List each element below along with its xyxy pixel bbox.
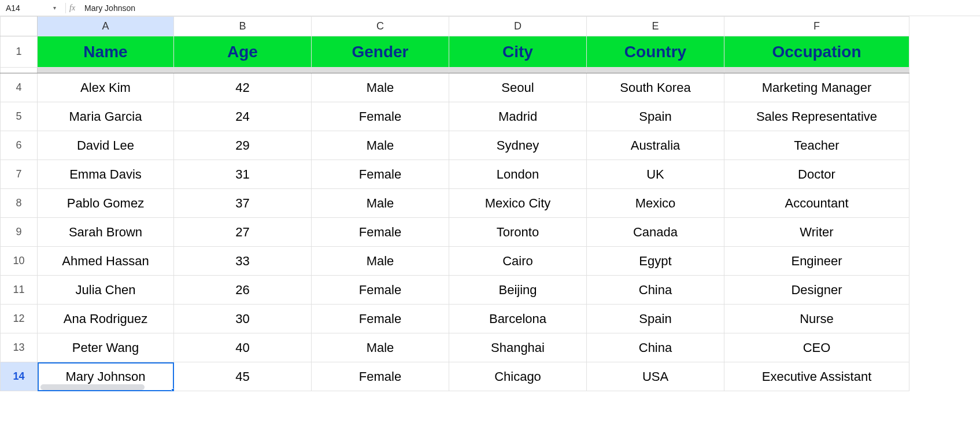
select-all-corner[interactable] xyxy=(1,17,38,36)
cell-city[interactable]: Beijing xyxy=(449,276,587,305)
row-header-10[interactable]: 10 xyxy=(1,247,38,276)
cell-occupation[interactable]: CEO xyxy=(724,333,909,362)
hidden-rows-indicator[interactable] xyxy=(1,68,909,73)
cell-gender[interactable]: Male xyxy=(312,333,449,362)
cell-name[interactable]: Emma Davis xyxy=(38,160,174,189)
cell-age[interactable]: 26 xyxy=(174,276,312,305)
cell-age[interactable]: 40 xyxy=(174,333,312,362)
header-age[interactable]: Age xyxy=(174,36,312,68)
column-header-E[interactable]: E xyxy=(587,17,724,36)
cell-occupation[interactable]: Writer xyxy=(724,218,909,247)
cell-city[interactable]: Seoul xyxy=(449,73,587,102)
cell-age[interactable]: 30 xyxy=(174,305,312,333)
formula-input[interactable]: Mary Johnson xyxy=(82,2,978,14)
cell-country[interactable]: Canada xyxy=(587,218,724,247)
row-header-4[interactable]: 4 xyxy=(1,73,38,102)
cell-country[interactable]: Spain xyxy=(587,305,724,333)
cell-country[interactable]: Spain xyxy=(587,102,724,131)
cell-age[interactable]: 27 xyxy=(174,218,312,247)
row-header-9[interactable]: 9 xyxy=(1,218,38,247)
row-header-8[interactable]: 8 xyxy=(1,189,38,218)
horizontal-scrollbar[interactable] xyxy=(40,384,145,390)
cell-age[interactable]: 24 xyxy=(174,102,312,131)
cell-country[interactable]: China xyxy=(587,276,724,305)
header-city[interactable]: City xyxy=(449,36,587,68)
column-header-B[interactable]: B xyxy=(174,17,312,36)
cell-gender[interactable]: Female xyxy=(312,160,449,189)
cell-occupation[interactable]: Executive Assistant xyxy=(724,362,909,391)
cell-gender[interactable]: Female xyxy=(312,276,449,305)
cell-name[interactable]: Sarah Brown xyxy=(38,218,174,247)
row-header-13[interactable]: 13 xyxy=(1,333,38,362)
name-box[interactable]: A14 xyxy=(2,2,53,14)
cell-occupation[interactable]: Engineer xyxy=(724,247,909,276)
cell-gender[interactable]: Male xyxy=(312,73,449,102)
cell-gender[interactable]: Female xyxy=(312,102,449,131)
cell-name[interactable]: Maria Garcia xyxy=(38,102,174,131)
cell-occupation[interactable]: Doctor xyxy=(724,160,909,189)
row-header-11[interactable]: 11 xyxy=(1,276,38,305)
cell-country[interactable]: Australia xyxy=(587,131,724,160)
cell-name[interactable]: Ana Rodriguez xyxy=(38,305,174,333)
cell-city[interactable]: London xyxy=(449,160,587,189)
cell-occupation[interactable]: Sales Representative xyxy=(724,102,909,131)
cell-age[interactable]: 37 xyxy=(174,189,312,218)
cell-city[interactable]: Sydney xyxy=(449,131,587,160)
cell-country[interactable]: Mexico xyxy=(587,189,724,218)
cell-country[interactable]: South Korea xyxy=(587,73,724,102)
cell-city[interactable]: Barcelona xyxy=(449,305,587,333)
cell-occupation[interactable]: Accountant xyxy=(724,189,909,218)
cell-gender[interactable]: Female xyxy=(312,362,449,391)
cell-gender[interactable]: Male xyxy=(312,131,449,160)
cell-gender[interactable]: Male xyxy=(312,189,449,218)
cell-city[interactable]: Madrid xyxy=(449,102,587,131)
cell-country[interactable]: China xyxy=(587,333,724,362)
cell-age[interactable]: 42 xyxy=(174,73,312,102)
column-header-F[interactable]: F xyxy=(724,17,909,36)
header-gender[interactable]: Gender xyxy=(312,36,449,68)
cell-occupation[interactable]: Marketing Manager xyxy=(724,73,909,102)
cell-occupation[interactable]: Teacher xyxy=(724,131,909,160)
row-header-7[interactable]: 7 xyxy=(1,160,38,189)
cell-name[interactable]: Pablo Gomez xyxy=(38,189,174,218)
row-header-6[interactable]: 6 xyxy=(1,131,38,160)
table-row: 4 Alex Kim 42 Male Seoul South Korea Mar… xyxy=(1,73,909,102)
cell-city[interactable]: Shanghai xyxy=(449,333,587,362)
cell-age[interactable]: 31 xyxy=(174,160,312,189)
header-occupation[interactable]: Occupation xyxy=(724,36,909,68)
cell-occupation[interactable]: Designer xyxy=(724,276,909,305)
cell-age[interactable]: 29 xyxy=(174,131,312,160)
table-row: 13 Peter Wang 40 Male Shanghai China CEO xyxy=(1,333,909,362)
cell-age[interactable]: 33 xyxy=(174,247,312,276)
cell-city[interactable]: Cairo xyxy=(449,247,587,276)
row-header-5[interactable]: 5 xyxy=(1,102,38,131)
column-header-D[interactable]: D xyxy=(449,17,587,36)
cell-gender[interactable]: Female xyxy=(312,305,449,333)
cell-gender[interactable]: Male xyxy=(312,247,449,276)
row-header-1[interactable]: 1 xyxy=(1,36,38,68)
row-header-14[interactable]: 14 xyxy=(1,362,38,391)
cell-gender[interactable]: Female xyxy=(312,218,449,247)
column-header-C[interactable]: C xyxy=(312,17,449,36)
column-header-A[interactable]: A xyxy=(38,17,174,36)
table-row: 8 Pablo Gomez 37 Male Mexico City Mexico… xyxy=(1,189,909,218)
cell-country[interactable]: UK xyxy=(587,160,724,189)
cell-country[interactable]: Egypt xyxy=(587,247,724,276)
row-header-12[interactable]: 12 xyxy=(1,305,38,333)
fill-handle-icon[interactable] xyxy=(171,388,174,391)
cell-city[interactable]: Chicago xyxy=(449,362,587,391)
cell-name[interactable]: Julia Chen xyxy=(38,276,174,305)
cell-age[interactable]: 45 xyxy=(174,362,312,391)
cell-occupation[interactable]: Nurse xyxy=(724,305,909,333)
cell-name[interactable]: Peter Wang xyxy=(38,333,174,362)
cell-city[interactable]: Toronto xyxy=(449,218,587,247)
cell-name[interactable]: Ahmed Hassan xyxy=(38,247,174,276)
cell-name[interactable]: David Lee xyxy=(38,131,174,160)
header-name[interactable]: Name xyxy=(38,36,174,68)
spreadsheet-grid[interactable]: A B C D E F 1 Name Age Gender City Count… xyxy=(0,16,980,391)
header-country[interactable]: Country xyxy=(587,36,724,68)
cell-city[interactable]: Mexico City xyxy=(449,189,587,218)
cell-name[interactable]: Alex Kim xyxy=(38,73,174,102)
cell-country[interactable]: USA xyxy=(587,362,724,391)
name-box-dropdown-icon[interactable]: ▾ xyxy=(53,5,56,11)
